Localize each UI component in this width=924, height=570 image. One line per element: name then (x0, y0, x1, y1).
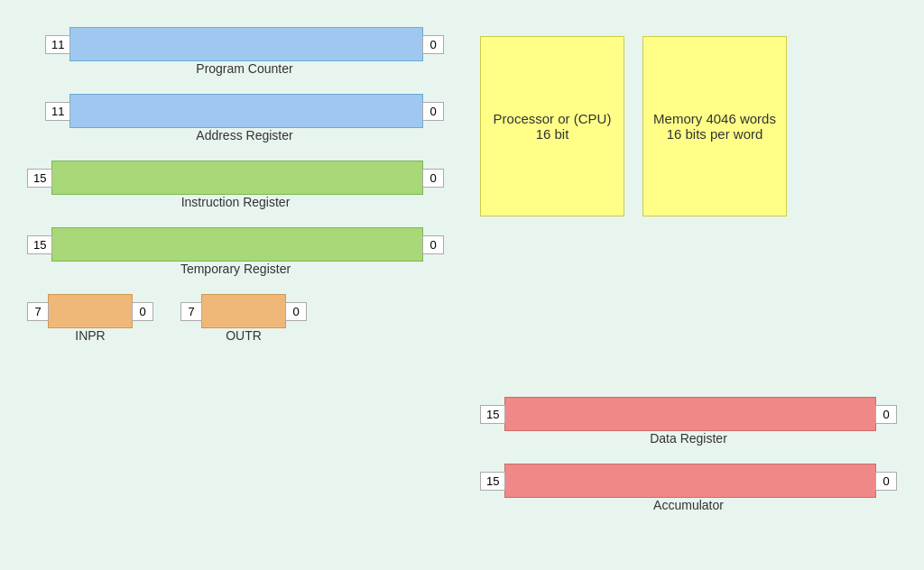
processor-box: Processor or (CPU) 16 bit (480, 36, 624, 216)
outr-bar (201, 294, 286, 328)
data-register-high-bit: 15 (480, 405, 505, 424)
accumulator-bar (504, 464, 876, 498)
inpr-bar (48, 294, 133, 328)
program-counter-bar (69, 27, 423, 61)
inpr-wrapper: 7 0 INPR (27, 294, 153, 343)
address-register-label: Address Register (45, 128, 444, 142)
data-register-wrapper: 15 0 Data Register (480, 397, 897, 446)
instruction-register-low-bit: 0 (422, 169, 444, 188)
outr-bits-row: 7 0 (180, 294, 307, 328)
instruction-register-bar (51, 161, 423, 195)
right-column: Processor or (CPU) 16 bit Memory 4046 wo… (444, 18, 897, 552)
outr-low-bit: 0 (285, 302, 307, 321)
program-counter-high-bit: 11 (45, 35, 70, 54)
instruction-register-bits-row: 15 0 (27, 161, 444, 195)
data-register-label: Data Register (480, 431, 897, 446)
right-registers: 15 0 Data Register 15 0 Accumulator (480, 397, 897, 512)
address-register-wrapper: 11 0 Address Register (27, 94, 444, 142)
inpr-label: INPR (27, 328, 153, 343)
program-counter-label: Program Counter (45, 61, 444, 76)
address-register-low-bit: 0 (422, 102, 444, 121)
instruction-register-high-bit: 15 (27, 169, 52, 188)
data-register-bar (504, 397, 876, 431)
memory-box: Memory 4046 words 16 bits per word (642, 36, 787, 216)
program-counter-bits-row: 11 0 (45, 27, 444, 61)
small-registers-row: 7 0 INPR 7 0 OUTR (27, 294, 444, 343)
data-register-low-bit: 0 (875, 405, 897, 424)
main-container: 11 0 Program Counter 11 0 Address Regist… (0, 0, 924, 570)
temporary-register-label: Temporary Register (27, 262, 444, 276)
accumulator-label: Accumulator (480, 498, 897, 512)
temporary-register-high-bit: 15 (27, 235, 52, 254)
inpr-bits-row: 7 0 (27, 294, 153, 328)
processor-text: Processor or (CPU) 16 bit (490, 111, 614, 142)
data-register-bits-row: 15 0 (480, 397, 897, 431)
temporary-register-low-bit: 0 (422, 235, 444, 254)
accumulator-high-bit: 15 (480, 472, 505, 491)
accumulator-bits-row: 15 0 (480, 464, 897, 498)
instruction-register-label: Instruction Register (27, 195, 444, 209)
temporary-register-bar (51, 227, 423, 262)
accumulator-wrapper: 15 0 Accumulator (480, 464, 897, 512)
temporary-register-wrapper: 15 0 Temporary Register (27, 227, 444, 276)
memory-text: Memory 4046 words 16 bits per word (652, 111, 777, 142)
outr-wrapper: 7 0 OUTR (180, 294, 307, 343)
inpr-low-bit: 0 (132, 302, 153, 321)
outr-high-bit: 7 (180, 302, 202, 321)
yellow-boxes-row: Processor or (CPU) 16 bit Memory 4046 wo… (480, 36, 897, 216)
program-counter-low-bit: 0 (422, 35, 444, 54)
left-column: 11 0 Program Counter 11 0 Address Regist… (27, 18, 444, 552)
instruction-register-wrapper: 15 0 Instruction Register (27, 161, 444, 209)
inpr-high-bit: 7 (27, 302, 49, 321)
address-register-bits-row: 11 0 (45, 94, 444, 128)
temporary-register-bits-row: 15 0 (27, 227, 444, 262)
address-register-high-bit: 11 (45, 102, 70, 121)
address-register-bar (69, 94, 423, 128)
accumulator-low-bit: 0 (875, 472, 897, 491)
outr-label: OUTR (180, 328, 307, 343)
program-counter-wrapper: 11 0 Program Counter (27, 27, 444, 76)
